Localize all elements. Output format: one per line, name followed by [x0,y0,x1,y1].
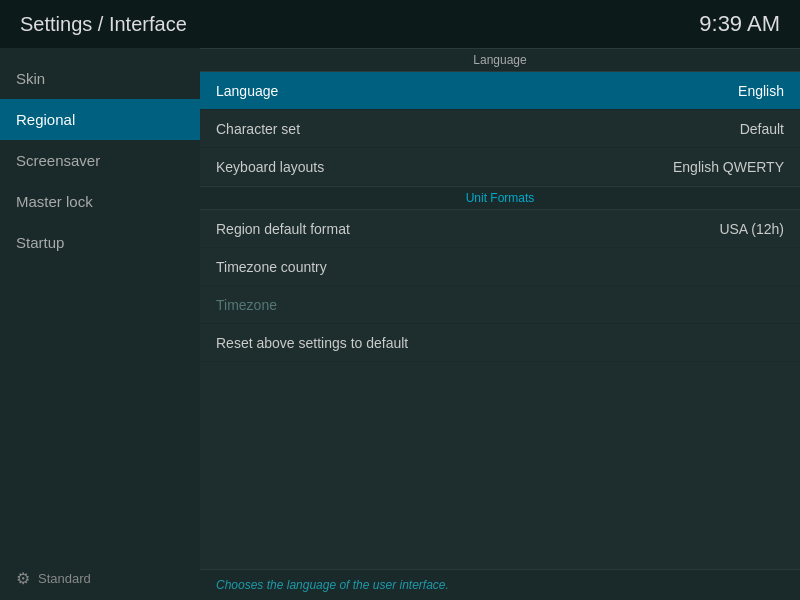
settings-row-keyboard-layouts[interactable]: Keyboard layoutsEnglish QWERTY [200,148,800,186]
status-bar: Chooses the language of the user interfa… [200,569,800,600]
settings-row-language[interactable]: LanguageEnglish [200,72,800,110]
row-value-region-default-format: USA (12h) [719,221,784,237]
sidebar-item-regional[interactable]: Regional [0,99,200,140]
section-header-language: Language [200,48,800,72]
sidebar-bottom-label: Standard [38,571,91,586]
row-value-language: English [738,83,784,99]
row-value-character-set: Default [740,121,784,137]
settings-row-timezone: Timezone [200,286,800,324]
main-layout: SkinRegionalScreensaverMaster lockStartu… [0,48,800,600]
sidebar-item-screensaver[interactable]: Screensaver [0,140,200,181]
clock: 9:39 AM [699,11,780,37]
row-label-language: Language [216,83,278,99]
sidebar-bottom: ⚙ Standard [0,557,200,600]
row-label-timezone: Timezone [216,297,277,313]
settings-sections: LanguageLanguageEnglishCharacter setDefa… [200,48,800,362]
row-label-character-set: Character set [216,121,300,137]
page-title: Settings / Interface [20,13,187,36]
settings-content: LanguageLanguageEnglishCharacter setDefa… [200,48,800,600]
settings-row-timezone-country[interactable]: Timezone country [200,248,800,286]
app-header: Settings / Interface 9:39 AM [0,0,800,48]
sidebar: SkinRegionalScreensaverMaster lockStartu… [0,48,200,600]
settings-row-region-default-format[interactable]: Region default formatUSA (12h) [200,210,800,248]
settings-row-reset-above-settings[interactable]: Reset above settings to default [200,324,800,362]
sidebar-nav: SkinRegionalScreensaverMaster lockStartu… [0,58,200,263]
sidebar-item-master-lock[interactable]: Master lock [0,181,200,222]
row-value-keyboard-layouts: English QWERTY [673,159,784,175]
settings-row-character-set[interactable]: Character setDefault [200,110,800,148]
row-label-timezone-country: Timezone country [216,259,327,275]
sidebar-item-startup[interactable]: Startup [0,222,200,263]
row-label-region-default-format: Region default format [216,221,350,237]
row-label-reset-above-settings: Reset above settings to default [216,335,408,351]
row-label-keyboard-layouts: Keyboard layouts [216,159,324,175]
gear-icon: ⚙ [16,569,30,588]
sidebar-item-skin[interactable]: Skin [0,58,200,99]
section-header-unit-formats: Unit Formats [200,186,800,210]
